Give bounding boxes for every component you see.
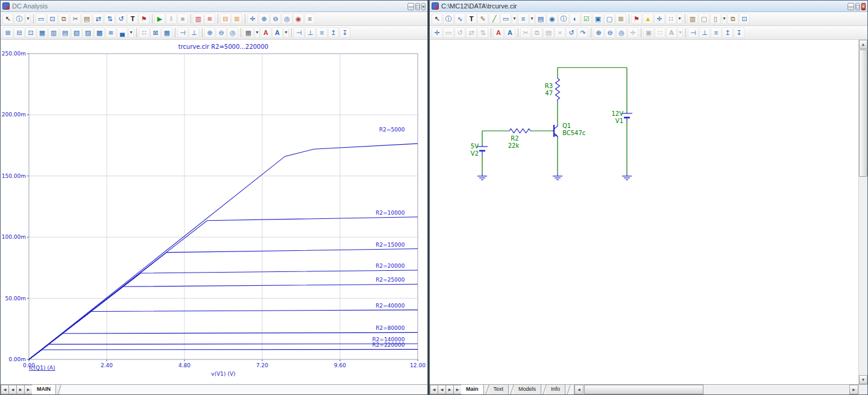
horizontal-scroll-thumb[interactable] [584,385,703,394]
bus-mode-icon[interactable]: ≡ [518,13,529,24]
copy-icon[interactable]: ⧉ [58,13,69,24]
close-button[interactable]: × [861,3,866,10]
minimize-button[interactable]: — [848,3,854,10]
move-back-icon[interactable]: ↧ [734,27,744,38]
first-page-button[interactable]: ◀ [430,385,438,394]
data-points-icon[interactable]: ∷ [139,27,149,38]
label-V1-ref[interactable]: V1 [615,118,623,124]
property-edit-icon[interactable]: ✎ [477,13,488,24]
analysis-limits-icon[interactable]: ▥ [193,13,204,24]
font-select-icon[interactable]: A [666,27,677,38]
minimize-button[interactable]: — [407,3,414,10]
info-mode-icon[interactable]: ⓘ [14,13,25,24]
maximize-button[interactable]: □ [855,3,860,10]
zoom-out-icon[interactable]: ⊖ [605,27,615,38]
box-tool-icon[interactable]: ▣ [643,27,654,38]
vertical-tag-icon[interactable]: ⊥ [189,27,200,38]
rotate-icon[interactable]: ↺ [454,27,465,38]
rotate-icon[interactable]: ↺ [116,13,127,24]
distribute-icon[interactable]: ≡ [316,27,327,38]
label-V1-value[interactable]: 12V [611,110,623,117]
fft-window-icon[interactable]: ≋ [105,27,116,38]
restore-scale-icon[interactable]: ▦ [37,27,48,38]
label-R3-value[interactable]: 47 [545,90,553,96]
flip-vertical-icon[interactable]: ⇅ [104,13,115,24]
label-Q1-value[interactable]: BC547c [562,130,585,136]
label-R2-ref[interactable]: R2 [511,135,518,142]
log-scale-y-icon[interactable]: ▩ [94,27,105,38]
transistor-Q1-symbol[interactable] [552,124,558,138]
cut-icon[interactable]: ✂ [520,27,531,38]
resistor-R3-symbol[interactable] [556,78,560,101]
resistor-R2-symbol[interactable] [509,129,530,133]
titlebar[interactable]: C:\MC12\DATA\trcurve.cir —□× [430,1,867,12]
plot-canvas[interactable]: 0.002.404.807.209.6012.000.00m50.00m100.… [1,40,427,384]
align-bottom-icon[interactable]: ⊥ [305,27,316,38]
grid-dots-icon[interactable]: ∷ [665,13,676,24]
stepping-icon[interactable]: ≋ [204,13,215,24]
title-block-icon[interactable]: ▥ [687,13,698,24]
schematic-canvas[interactable]: R3 47 Q1 BC547c R2 22k 12V V1 5V V2 [430,40,858,384]
add-plot-icon[interactable]: ⊞ [2,27,13,38]
copy-icon[interactable]: ⧉ [532,27,542,38]
delete-icon[interactable]: × [555,27,565,38]
align-left-icon[interactable]: ⊣ [294,27,304,38]
auto-scale-icon[interactable]: ⊡ [25,27,36,38]
cursor-positions-icon[interactable]: ✛ [247,13,258,24]
last-page-button[interactable]: ▶ [24,385,33,394]
select-tool-icon[interactable]: ↖ [432,13,442,24]
grid-dropdown-icon[interactable]: ▾ [677,13,682,24]
component-dropdown-icon[interactable]: ▾ [512,13,517,24]
bus-dropdown-icon[interactable]: ▾ [529,13,535,24]
component-mode-icon[interactable]: ▭ [500,13,511,24]
info-mode-icon[interactable]: ⓘ [443,13,454,24]
select-tool-icon[interactable]: ↖ [2,13,13,24]
label-V2-value[interactable]: 5V [471,143,479,150]
prev-page-button[interactable]: ◀ [8,385,17,394]
color-dropdown-icon[interactable]: ▾ [283,27,289,38]
tab-info[interactable]: Info [546,385,565,394]
browser-icon[interactable]: ◐ [570,13,580,24]
zoom-out-plot-icon[interactable]: ⊖ [216,27,227,38]
mode-dropdown-icon[interactable]: ▾ [25,13,31,24]
y-expression-link[interactable]: Ic(Q1) (A) [29,365,55,371]
pan-tool-icon[interactable]: ✛ [627,27,638,38]
help-topics-icon[interactable]: ⊡ [739,13,750,24]
distribute-icon[interactable]: ≡ [711,27,722,38]
flag-mode-icon[interactable]: ⚑ [631,13,642,24]
flag-tool-icon[interactable]: ⚑ [139,13,149,24]
move-down-icon[interactable]: ↧ [339,27,350,38]
tile-horizontal-icon[interactable]: ⊟ [220,13,231,24]
log-scale-x-icon[interactable]: ▨ [83,27,93,38]
last-page-button[interactable]: ▶ [453,385,462,394]
part-list-icon[interactable]: ▤ [535,13,546,24]
next-page-button[interactable]: ▶ [445,385,454,394]
calculator-icon[interactable]: ⊞ [615,13,626,24]
plot-group-icon[interactable]: ▥ [48,27,59,38]
tab-main[interactable]: Main [461,385,484,394]
prev-page-button[interactable]: ◀ [438,385,446,394]
redo-icon[interactable]: ↷ [577,27,588,38]
flip-horizontal-icon[interactable]: ⇄ [466,27,477,38]
stop-button-icon[interactable]: ■ [177,13,188,24]
new-page-icon[interactable]: ▯ [710,13,721,24]
grid-style-icon[interactable]: ▦ [243,27,254,38]
find-part-icon[interactable]: ◉ [547,13,558,24]
select-region-icon[interactable]: ▭ [36,13,46,24]
label-V2-ref[interactable]: V2 [471,150,479,157]
vertical-scroll-track[interactable] [859,49,867,375]
paste-icon[interactable]: ▤ [81,13,92,24]
next-page-button[interactable]: ▶ [16,385,25,394]
font-button-icon[interactable]: A [260,27,271,38]
text-tool-icon[interactable]: T [466,13,477,24]
tab-text[interactable]: Text [489,385,509,394]
label-Q1-ref[interactable]: Q1 [562,122,571,129]
first-page-button[interactable]: ◀ [1,385,9,394]
go-to-point-icon[interactable]: ◉ [293,13,304,24]
paste-icon[interactable]: ▤ [543,27,554,38]
font-dropdown-icon[interactable]: ▾ [678,27,683,38]
move-up-icon[interactable]: ↥ [328,27,339,38]
align-bottom-icon[interactable]: ⊥ [699,27,710,38]
color-button-icon[interactable]: A [272,27,283,38]
tab-models[interactable]: Models [514,385,541,394]
